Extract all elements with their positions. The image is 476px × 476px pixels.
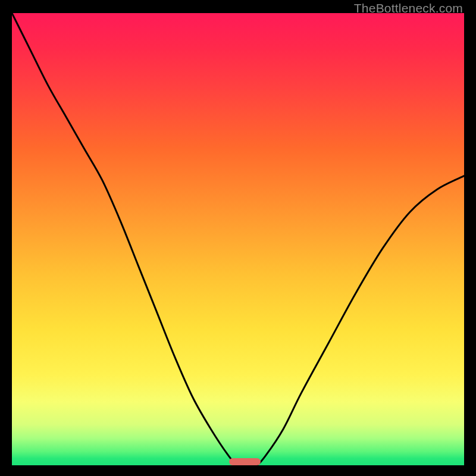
bottleneck-curve [12,13,464,465]
bottleneck-minimum-marker [229,458,261,465]
plot-area [12,13,464,465]
chart-frame: TheBottleneck.com [0,0,476,476]
